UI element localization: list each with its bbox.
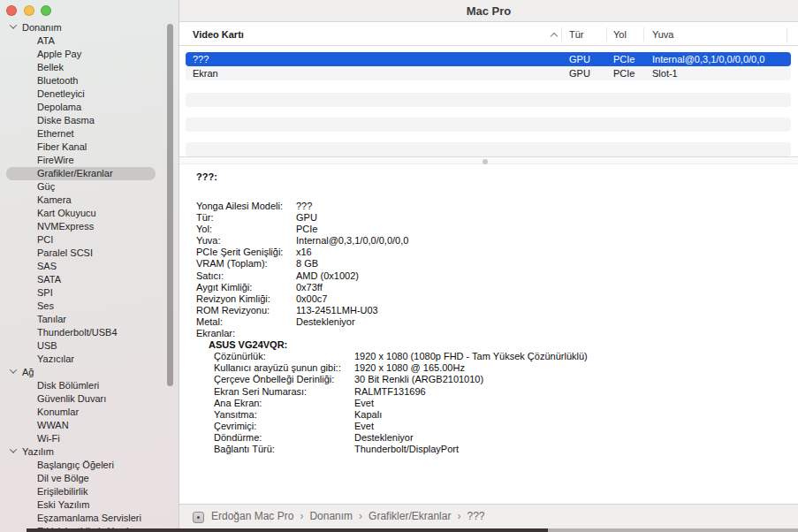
zoom-button[interactable] bbox=[41, 5, 51, 16]
desktop-sliver-dark bbox=[27, 528, 548, 532]
empty-row-stripe bbox=[186, 118, 791, 132]
sidebar-group-a[interactable]: Ağ bbox=[6, 366, 156, 379]
breadcrumb-item: Donanım bbox=[309, 510, 353, 522]
sidebar-item-kamera[interactable]: Kamera bbox=[6, 194, 156, 207]
detail-row-metal: Metal:Destekleniyor bbox=[179, 316, 798, 328]
detail-label: PCIe Şerit Genişliği: bbox=[196, 247, 296, 258]
sidebar-item-g-venlik-duvar[interactable]: Güvenlik Duvarı bbox=[6, 392, 156, 406]
breadcrumb-separator: › bbox=[300, 510, 303, 522]
close-button[interactable] bbox=[6, 5, 17, 16]
sidebar-item-wwan[interactable]: WWAN bbox=[6, 419, 156, 432]
column-header-yuva[interactable]: Yuva bbox=[652, 23, 673, 46]
detail-row-kullan-c-aray-z-unun-gibi: Kullanıcı arayüzü şunun gibi::1920 x 108… bbox=[179, 362, 798, 374]
sidebar-item-g[interactable]: Güç bbox=[6, 180, 156, 194]
sidebar-item-eski-yaz-l-m[interactable]: Eski Yazılım bbox=[6, 498, 156, 512]
chevron-down-icon bbox=[11, 366, 22, 379]
detail-value: 8 GB bbox=[296, 258, 318, 269]
sidebar-item-kart-okuyucu[interactable]: Kart Okuyucu bbox=[6, 207, 156, 220]
cell-yol: PCIe bbox=[613, 52, 635, 66]
sidebar-item-disk-b-l-mleri[interactable]: Disk Bölümleri bbox=[6, 379, 156, 392]
sidebar-item-firewire[interactable]: FireWire bbox=[6, 154, 156, 167]
detail-row-pcie-erit-geni-li-i: PCIe Şerit Genişliği:x16 bbox=[179, 247, 798, 258]
sidebar-item-spi[interactable]: SPI bbox=[6, 286, 156, 300]
sidebar-item-ata[interactable]: ATA bbox=[6, 34, 156, 48]
detail-label: Bağlantı Türü: bbox=[214, 444, 354, 455]
sidebar-item-apple-pay[interactable]: Apple Pay bbox=[6, 48, 156, 61]
detail-value: 0x00c7 bbox=[296, 293, 327, 304]
column-header-tur[interactable]: Tür bbox=[569, 23, 584, 46]
table-row-ekran[interactable]: EkranGPUPCIeSlot-1 bbox=[186, 66, 791, 80]
sidebar-item-paralel-scsi[interactable]: Paralel SCSI bbox=[6, 247, 156, 260]
detail-label: ROM Revizyonu: bbox=[196, 305, 296, 316]
detail-row-rom-revizyonu: ROM Revizyonu:113-2451LMH-U03 bbox=[179, 305, 798, 316]
sidebar-item-e-zamanlama-servisleri[interactable]: Eşzamanlama Servisleri bbox=[6, 512, 156, 525]
table-row-[interactable]: ???GPUPCIeInternal@0,3,1/0,0/0,0/0,0 bbox=[186, 52, 791, 66]
detail-value: PCIe bbox=[296, 224, 317, 234]
sidebar-item-label: Denetleyici bbox=[37, 88, 85, 99]
detail-label: Tür: bbox=[196, 212, 296, 224]
sidebar-group-yaz-l-m[interactable]: Yazılım bbox=[6, 445, 156, 459]
detail-row-ayg-t-kimli-i: Aygıt Kimliği:0x73ff bbox=[179, 282, 798, 293]
detail-title: ???: bbox=[196, 171, 217, 183]
empty-row-stripe bbox=[186, 142, 791, 156]
detail-label: Döndürme: bbox=[214, 432, 354, 444]
sidebar-item-ses[interactable]: Ses bbox=[6, 300, 156, 313]
sidebar-item-wi-fi[interactable]: Wi-Fi bbox=[6, 432, 156, 445]
detail-row-evrimi-i: Çevrimiçi:Evet bbox=[179, 421, 798, 432]
status-bar: Erdoğan Mac Pro›Donanım›Grafikler/Ekranl… bbox=[179, 504, 798, 528]
pane-splitter[interactable] bbox=[179, 156, 798, 164]
detail-row-ana-ekran: Ana Ekran:Evet bbox=[179, 398, 798, 409]
detail-value: 1920 x 1080 (1080p FHD - Tam Yüksek Çözü… bbox=[354, 351, 588, 361]
cell-yol: PCIe bbox=[613, 66, 635, 80]
chevron-down-icon bbox=[11, 21, 22, 34]
sidebar-item-thunderbolt-usb4[interactable]: Thunderbolt/USB4 bbox=[6, 326, 156, 339]
sidebar-item-denetleyici[interactable]: Denetleyici bbox=[6, 87, 156, 101]
sidebar-item-label: Bellek bbox=[37, 62, 64, 72]
sidebar-item-label: Dil ve Bölge bbox=[37, 473, 89, 483]
sidebar-item-nvmexpress[interactable]: NVMExpress bbox=[6, 220, 156, 233]
sidebar-item-label: Konumlar bbox=[37, 407, 79, 417]
detail-row-ekran-seri-numaras: Ekran Seri Numarası:RALMTF131696 bbox=[179, 386, 798, 398]
sidebar-item-yaz-c-lar[interactable]: Yazıcılar bbox=[6, 353, 156, 366]
sidebar-item-usb[interactable]: USB bbox=[6, 339, 156, 353]
detail-value: Destekleniyor bbox=[354, 432, 414, 443]
sidebar-item-bluetooth[interactable]: Bluetooth bbox=[6, 74, 156, 87]
breadcrumb-item: Erdoğan Mac Pro bbox=[211, 510, 293, 522]
sidebar-item-ba-lang-eleri[interactable]: Başlangıç Öğeleri bbox=[6, 459, 156, 472]
sidebar-item-konumlar[interactable]: Konumlar bbox=[6, 406, 156, 419]
sidebar-item-eri-ilebilirlik[interactable]: Erişilebilirlik bbox=[6, 485, 156, 498]
detail-row-er-eve-nbelle-i-derinli-i: Çerçeve Önbelleği Derinliği:30 Bit Renkl… bbox=[179, 374, 798, 385]
sidebar-item-tan-lar[interactable]: Tanılar bbox=[6, 313, 156, 326]
column-header-yol[interactable]: Yol bbox=[613, 23, 627, 46]
sidebar-item-sata[interactable]: SATA bbox=[6, 273, 156, 286]
sidebar-item-label: Eşzamanlama Servisleri bbox=[37, 513, 141, 523]
detail-label: Kullanıcı arayüzü şunun gibi:: bbox=[214, 362, 354, 374]
sidebar-item-dil-ve-b-lge[interactable]: Dil ve Bölge bbox=[6, 472, 156, 485]
sidebar-item-label: Diske Basma bbox=[37, 115, 95, 125]
content-pane: Mac Pro Video Kartı Tür Yol Yuva ???GPUP… bbox=[179, 0, 798, 532]
minimize-button[interactable] bbox=[24, 5, 34, 16]
sidebar-item-fiber-kanal[interactable]: Fiber Kanal bbox=[6, 141, 156, 154]
column-header-video-karti[interactable]: Video Kartı bbox=[193, 23, 244, 46]
sidebar-item-sas[interactable]: SAS bbox=[6, 260, 156, 273]
sidebar-scrollbar-thumb[interactable] bbox=[167, 24, 173, 386]
detail-label: VRAM (Toplam): bbox=[196, 258, 296, 270]
sidebar-item-pci[interactable]: PCI bbox=[6, 233, 156, 247]
sidebar-group-donan-m[interactable]: Donanım bbox=[6, 21, 156, 34]
detail-label: Çözünürlük: bbox=[214, 351, 354, 362]
detail-label: Ekran Seri Numarası: bbox=[214, 386, 354, 398]
sidebar-item-ethernet[interactable]: Ethernet bbox=[6, 127, 156, 141]
sidebar-item-bellek[interactable]: Bellek bbox=[6, 61, 156, 74]
sidebar-item-label: PCI bbox=[37, 234, 53, 245]
cell-yuva: Internal@0,3,1/0,0/0,0/0,0 bbox=[652, 52, 764, 66]
sidebar-item-grafikler-ekranlar[interactable]: Grafikler/Ekranlar bbox=[6, 167, 156, 180]
detail-row-asus-vg24vqr: ASUS VG24VQR: bbox=[179, 339, 798, 351]
sidebar-item-diske-basma[interactable]: Diske Basma bbox=[6, 114, 156, 127]
breadcrumb-separator: › bbox=[457, 510, 460, 522]
window-titlebar: Mac Pro bbox=[179, 0, 798, 22]
cell-name: Ekran bbox=[193, 66, 218, 80]
sidebar-item-depolama[interactable]: Depolama bbox=[6, 101, 156, 114]
detail-label: Yansıtma: bbox=[214, 409, 354, 421]
splitter-handle-icon[interactable] bbox=[483, 159, 488, 164]
sidebar-item-label: Depolama bbox=[37, 102, 81, 112]
